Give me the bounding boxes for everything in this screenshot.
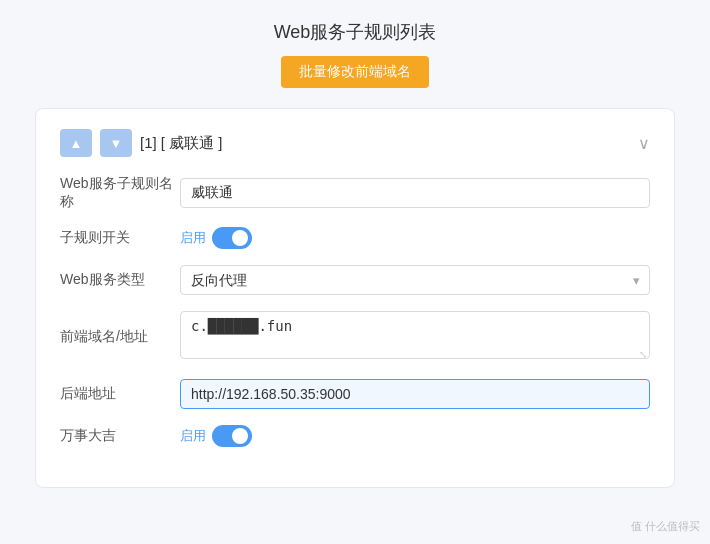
type-select-wrapper: 反向代理 ▾ [180,265,650,295]
type-row: Web服务类型 反向代理 ▾ [60,265,650,295]
batch-modify-button[interactable]: 批量修改前端域名 [281,56,429,88]
name-label: Web服务子规则名称 [60,175,180,211]
wansidaji-row: 万事大吉 启用 [60,425,650,447]
wansidaji-toggle-wrapper: 启用 [180,425,252,447]
chevron-down-icon[interactable]: ∨ [638,134,650,153]
name-row: Web服务子规则名称 [60,175,650,211]
frontend-input[interactable]: c.██████.fun [180,311,650,359]
backend-label: 后端地址 [60,385,180,403]
wansidaji-toggle-text: 启用 [180,427,206,445]
frontend-textarea-wrapper: c.██████.fun ⤡ [180,311,650,363]
move-down-button[interactable]: ▼ [100,129,132,157]
frontend-label: 前端域名/地址 [60,328,180,346]
rule-header-left: ▲ ▼ [1] [ 威联通 ] [60,129,223,157]
frontend-row: 前端域名/地址 c.██████.fun ⤡ [60,311,650,363]
backend-input[interactable] [180,379,650,409]
rule-header: ▲ ▼ [1] [ 威联通 ] ∨ [60,129,650,157]
switch-row: 子规则开关 启用 [60,227,650,249]
rule-tag: [1] [ 威联通 ] [140,134,223,153]
type-label: Web服务类型 [60,271,180,289]
page-title: Web服务子规则列表 [274,20,437,44]
switch-label: 子规则开关 [60,229,180,247]
backend-row: 后端地址 [60,379,650,409]
rule-card: ▲ ▼ [1] [ 威联通 ] ∨ Web服务子规则名称 子规则开关 启用 We… [35,108,675,488]
move-up-button[interactable]: ▲ [60,129,92,157]
watermark: 值 什么值得买 [631,519,700,534]
switch-toggle[interactable] [212,227,252,249]
type-select[interactable]: 反向代理 [180,265,650,295]
wansidaji-toggle[interactable] [212,425,252,447]
switch-toggle-wrapper: 启用 [180,227,252,249]
name-input[interactable] [180,178,650,208]
switch-toggle-text: 启用 [180,229,206,247]
wansidaji-label: 万事大吉 [60,427,180,445]
